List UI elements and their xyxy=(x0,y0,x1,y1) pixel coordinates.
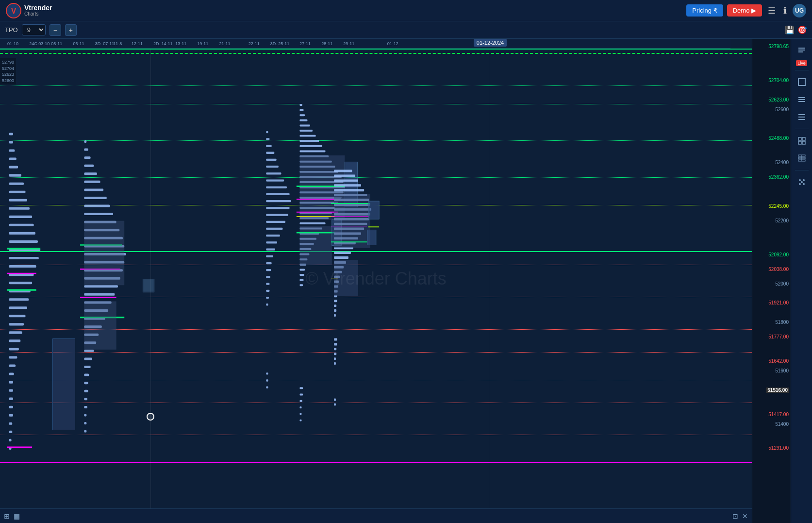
time-tick: 24C:03-10 xyxy=(29,41,50,46)
svg-rect-28 xyxy=(9,339,21,342)
grid-icon xyxy=(797,136,806,145)
toolbar-right: 💾 🎯 xyxy=(785,25,807,34)
svg-rect-198 xyxy=(334,309,336,312)
svg-rect-150 xyxy=(300,269,305,270)
svg-rect-87 xyxy=(84,221,124,286)
svg-rect-79 xyxy=(84,406,87,408)
svg-rect-127 xyxy=(300,150,326,152)
svg-rect-11 xyxy=(9,199,27,202)
target-icon-button[interactable]: 🎯 xyxy=(797,25,807,34)
plus-button[interactable]: + xyxy=(65,24,77,36)
price-52245: 52245.00 xyxy=(768,203,789,209)
sidebar-list-icon-button[interactable] xyxy=(794,109,810,125)
right-sidebar: Live xyxy=(791,39,812,523)
close-button[interactable]: ✕ xyxy=(742,512,748,520)
svg-rect-114 xyxy=(266,304,268,306)
svg-rect-109 xyxy=(266,270,271,271)
time-tick: 01-12 xyxy=(387,41,398,46)
svg-rect-120 xyxy=(300,114,305,116)
svg-rect-98 xyxy=(266,193,289,195)
avatar-button[interactable]: UG xyxy=(793,4,806,17)
sidebar-table-icon-button[interactable] xyxy=(794,151,810,166)
svg-rect-215 xyxy=(367,230,376,245)
table-icon xyxy=(797,154,806,163)
svg-rect-115 xyxy=(266,373,268,375)
price-52623: 52623.00 xyxy=(768,97,789,102)
svg-rect-52 xyxy=(84,189,103,191)
small-box-1 xyxy=(143,279,154,292)
svg-rect-94 xyxy=(266,166,279,168)
svg-rect-73 xyxy=(84,358,92,360)
logo-sub: Charts xyxy=(24,12,52,17)
svg-rect-107 xyxy=(266,255,273,257)
sidebar-square-icon-button[interactable] xyxy=(794,74,810,90)
svg-rect-35 xyxy=(9,398,14,400)
svg-rect-206 xyxy=(334,398,336,401)
svg-rect-214 xyxy=(368,201,379,219)
logo-area: V Vtrender Charts xyxy=(6,3,52,18)
svg-rect-218 xyxy=(798,48,805,49)
svg-rect-29 xyxy=(9,348,19,350)
crosshair-cursor xyxy=(147,413,154,421)
svg-rect-221 xyxy=(798,79,805,85)
minus-button[interactable]: − xyxy=(50,24,61,36)
time-tick: 01-10 xyxy=(7,41,18,46)
svg-rect-156 xyxy=(300,400,302,402)
svg-rect-37 xyxy=(9,414,14,417)
svg-rect-96 xyxy=(266,180,284,182)
svg-rect-196 xyxy=(334,300,337,302)
price-52000: 52000 xyxy=(775,281,789,287)
grid-view-button[interactable]: ⊞ xyxy=(4,512,10,520)
menu-icon-button[interactable]: ☰ xyxy=(766,3,778,18)
svg-rect-158 xyxy=(300,413,302,415)
chart-area[interactable]: 01-10 24C:03-10 05-11 06-11 3D: 07-11 11… xyxy=(0,39,752,523)
price-line-52704 xyxy=(0,85,752,86)
price-52200: 52200 xyxy=(775,218,789,223)
list-view-button[interactable]: ▦ xyxy=(14,512,20,520)
svg-rect-208 xyxy=(334,194,370,248)
fullscreen-button[interactable]: ⊡ xyxy=(732,512,738,520)
svg-rect-186 xyxy=(334,252,351,254)
svg-rect-75 xyxy=(84,374,89,376)
sidebar-text-icon[interactable] xyxy=(794,43,810,58)
svg-rect-88 xyxy=(84,302,116,350)
save-icon-button[interactable]: 💾 xyxy=(785,25,795,34)
svg-rect-222 xyxy=(798,97,805,98)
chart-canvas: © Vtrender Charts 52798 52704 52623 5260… xyxy=(0,49,752,508)
svg-rect-10 xyxy=(9,191,26,193)
time-tick: 3D: 07-11 xyxy=(95,41,115,46)
svg-rect-92 xyxy=(266,152,274,154)
demo-button[interactable]: Demo ▶ xyxy=(727,4,762,17)
text-icon xyxy=(797,46,806,55)
svg-rect-119 xyxy=(300,109,304,111)
list-icon xyxy=(797,113,806,121)
svg-rect-76 xyxy=(84,382,88,385)
svg-rect-8 xyxy=(9,174,22,177)
svg-rect-173 xyxy=(334,189,364,191)
price-51600: 51600 xyxy=(775,368,789,373)
info-icon-button[interactable]: ℹ xyxy=(781,3,789,18)
sidebar-menu-icon-button[interactable] xyxy=(794,92,810,107)
svg-rect-27 xyxy=(9,331,22,334)
svg-rect-155 xyxy=(300,393,303,395)
svg-rect-46 xyxy=(84,140,86,143)
sidebar-dots-grid-button[interactable] xyxy=(794,174,810,190)
svg-rect-172 xyxy=(334,184,361,186)
tpo-select[interactable]: 9 5 15 30 xyxy=(22,24,46,35)
svg-rect-50 xyxy=(84,173,97,175)
sidebar-divider-3 xyxy=(795,170,809,170)
time-tick: 19-11 xyxy=(197,41,208,46)
svg-rect-31 xyxy=(9,365,16,367)
time-tick: 29-11 xyxy=(343,41,354,46)
svg-rect-36 xyxy=(9,406,14,408)
svg-rect-205 xyxy=(334,362,336,365)
svg-rect-26 xyxy=(9,323,24,325)
svg-rect-154 xyxy=(300,387,303,389)
svg-rect-227 xyxy=(798,119,805,120)
time-axis: 01-10 24C:03-10 05-11 06-11 3D: 07-11 11… xyxy=(0,39,730,49)
time-tick: 3D: 25-11 xyxy=(270,41,290,46)
sidebar-grid-icon-button[interactable] xyxy=(794,133,810,149)
svg-rect-226 xyxy=(798,117,805,118)
pricing-button[interactable]: Pricing ₹ xyxy=(686,4,723,17)
svg-rect-105 xyxy=(266,242,277,244)
